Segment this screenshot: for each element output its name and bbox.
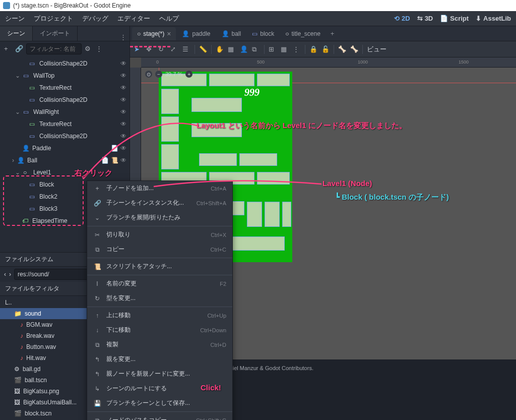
scene-link-icon[interactable]: 📄 bbox=[111, 145, 118, 152]
score-display: 999 bbox=[244, 87, 260, 98]
bone2-icon[interactable]: 🦴 bbox=[350, 45, 358, 53]
more-icon[interactable]: ⋮ bbox=[293, 45, 301, 53]
visibility-icon[interactable]: 👁 bbox=[120, 145, 126, 152]
scene-link-icon[interactable]: 📄 bbox=[101, 157, 109, 164]
menu-move-up[interactable]: ↑上に移動Ctrl+Up bbox=[87, 308, 232, 323]
menu-save-branch[interactable]: 💾ブランチをシーンとして保存... bbox=[87, 396, 232, 410]
tree-node: ▭CollisionShape2D👁 bbox=[0, 57, 130, 70]
block[interactable] bbox=[247, 202, 262, 227]
reparent-icon: ↰ bbox=[93, 356, 101, 363]
block[interactable] bbox=[161, 89, 179, 114]
filter-options-icon[interactable]: ⚙ bbox=[85, 45, 93, 53]
menu-copy[interactable]: ⧉コピーCtrl+C bbox=[87, 242, 232, 257]
image-file-icon: 🖼 bbox=[14, 388, 20, 395]
menu-make-root[interactable]: ↳シーンのルートにする bbox=[87, 381, 232, 396]
tree-more-icon[interactable]: ⋮ bbox=[96, 45, 104, 53]
zoom-reset-icon[interactable]: ⊙ bbox=[145, 71, 152, 78]
block[interactable] bbox=[257, 172, 290, 185]
visibility-icon[interactable]: 👁 bbox=[120, 121, 126, 128]
link-icon[interactable]: 🔗 bbox=[15, 45, 23, 53]
menu-move-down[interactable]: ↓下に移動Ctrl+Down bbox=[87, 323, 232, 337]
visibility-icon[interactable]: 👁 bbox=[120, 60, 126, 67]
block[interactable] bbox=[199, 153, 237, 166]
grid-icon[interactable]: ▦ bbox=[281, 45, 289, 53]
menu-copy-path[interactable]: ⧉ノードのパスをコピーCtrl+Shift+C bbox=[87, 413, 232, 420]
menu-expand-branch[interactable]: ⌄ブランチを展開/折りたたみ bbox=[87, 210, 232, 225]
block[interactable] bbox=[191, 123, 242, 137]
tree-node: ▭CollisionShape2D👁 bbox=[0, 94, 130, 106]
lock-icon[interactable]: 👤 bbox=[240, 45, 248, 53]
dock-options-icon[interactable]: ⋮ bbox=[120, 33, 130, 41]
snap-icon[interactable]: ⊞ bbox=[269, 45, 277, 53]
pan-tool-icon[interactable]: ✋ bbox=[216, 45, 224, 53]
zoom-in-icon[interactable]: + bbox=[185, 71, 192, 78]
menu-help[interactable]: ヘルプ bbox=[159, 14, 179, 23]
menu-reparent[interactable]: ↰親を変更... bbox=[87, 352, 232, 367]
close-tab-icon[interactable]: × bbox=[167, 30, 171, 38]
duplicate-icon: ⧉ bbox=[93, 341, 101, 348]
workspace-3d[interactable]: ⇆ 3D bbox=[417, 15, 433, 22]
nav-back-icon[interactable]: ‹ bbox=[4, 271, 6, 278]
snap-options-icon[interactable]: ▦ bbox=[228, 45, 236, 53]
menu-rename[interactable]: I名前の変更F2 bbox=[87, 276, 232, 291]
visibility-icon[interactable]: 👁 bbox=[120, 72, 126, 79]
menu-duplicate[interactable]: ⧉複製Ctrl+D bbox=[87, 337, 232, 352]
zoom-out-icon[interactable]: − bbox=[155, 71, 162, 78]
rotate-tool-icon[interactable]: ↻ bbox=[158, 45, 166, 53]
nav-fwd-icon[interactable]: › bbox=[9, 271, 11, 278]
menu-add-child[interactable]: +子ノードを追加...Ctrl+A bbox=[87, 181, 232, 196]
canvas-toolbar: ➤ ✥ ↻ ⤢ ☰ 📏 ✋ ▦ 👤 ⧉ ⊞ ▦ ⋮ 🔒 🔓 🦴 🦴 ビュー bbox=[130, 41, 516, 57]
block[interactable] bbox=[282, 202, 291, 227]
bone-icon[interactable]: 🦴 bbox=[338, 45, 346, 53]
scene-tab-paddle[interactable]: 👤paddle bbox=[177, 28, 215, 40]
zoom-value: 39.7 % bbox=[165, 71, 182, 77]
select-tool-icon[interactable]: ➤ bbox=[134, 45, 142, 53]
block[interactable] bbox=[161, 144, 179, 169]
menu-attach-script[interactable]: 📜スクリプトをアタッチ... bbox=[87, 259, 232, 274]
menu-project[interactable]: プロジェクト bbox=[34, 14, 73, 23]
workspace-assetlib[interactable]: ⬇ AssetLib bbox=[476, 15, 511, 22]
tab-import[interactable]: インポート bbox=[33, 26, 78, 41]
left-dock-tabs: シーン インポート ⋮ bbox=[0, 26, 130, 41]
tree-node: 👤Paddle📄👁 bbox=[0, 142, 130, 154]
visibility-icon[interactable]: 👁 bbox=[120, 133, 126, 140]
add-node-icon[interactable]: + bbox=[4, 45, 12, 53]
scene-tab-block[interactable]: ▭block bbox=[247, 28, 279, 40]
visibility-icon[interactable]: 👁 bbox=[120, 157, 126, 164]
group-icon[interactable]: ⧉ bbox=[252, 45, 260, 53]
menu-cut[interactable]: ✂切り取りCtrl+X bbox=[87, 227, 232, 242]
unlock-icon[interactable]: 🔓 bbox=[321, 45, 330, 53]
link-icon: 🔗 bbox=[93, 200, 101, 207]
menu-instance-child[interactable]: 🔗子シーンをインスタンス化...Ctrl+Shift+A bbox=[87, 196, 232, 210]
block[interactable] bbox=[224, 236, 285, 251]
scene-filter-input[interactable] bbox=[26, 43, 82, 54]
menu-scene[interactable]: シーン bbox=[5, 14, 25, 23]
workspace-2d[interactable]: ⟲ 2D bbox=[394, 15, 410, 22]
block[interactable] bbox=[239, 153, 277, 166]
lock-selected-icon[interactable]: 🔒 bbox=[309, 45, 317, 53]
block[interactable] bbox=[161, 116, 179, 142]
block[interactable] bbox=[209, 74, 254, 86]
menu-debug[interactable]: デバッグ bbox=[82, 14, 108, 23]
scene-tab-title[interactable]: ○title_scene bbox=[280, 28, 326, 40]
visibility-icon[interactable]: 👁 bbox=[120, 84, 126, 91]
add-scene-tab-icon[interactable]: + bbox=[327, 30, 339, 37]
move-tool-icon[interactable]: ✥ bbox=[146, 45, 154, 53]
tab-scene[interactable]: シーン bbox=[0, 26, 33, 41]
block[interactable] bbox=[191, 98, 242, 112]
view-button[interactable]: ビュー bbox=[367, 45, 386, 54]
menu-editor[interactable]: エディター bbox=[117, 14, 150, 23]
block[interactable] bbox=[265, 202, 280, 227]
scene-tab-ball[interactable]: 👤ball bbox=[217, 28, 246, 40]
scene-tab-stage[interactable]: ○stage(*)× bbox=[132, 27, 176, 40]
menu-reparent-new[interactable]: ↰親ノードを新規ノードに変更... bbox=[87, 367, 232, 381]
workspace-script[interactable]: 📄 Script bbox=[440, 15, 469, 22]
scale-tool-icon[interactable]: ⤢ bbox=[170, 45, 178, 53]
ruler-tool-icon[interactable]: 📏 bbox=[199, 45, 207, 53]
menu-change-type[interactable]: ↻型を変更... bbox=[87, 291, 232, 306]
visibility-icon[interactable]: 👁 bbox=[120, 108, 126, 115]
list-tool-icon[interactable]: ☰ bbox=[182, 45, 190, 53]
block[interactable] bbox=[257, 74, 290, 86]
visibility-icon[interactable]: 👁 bbox=[120, 96, 126, 103]
script-icon[interactable]: 📜 bbox=[111, 157, 118, 164]
